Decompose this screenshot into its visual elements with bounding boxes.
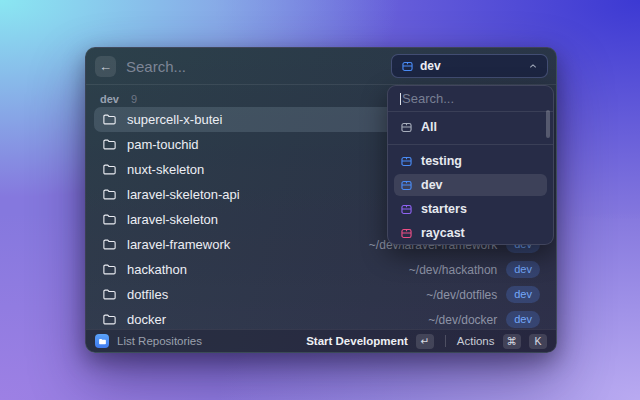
repo-name: docker <box>127 312 166 327</box>
dropdown-item-label: dev <box>421 178 443 192</box>
repo-name: pam-touchid <box>127 137 199 152</box>
tag-box-icon <box>401 60 414 73</box>
cmd-key-icon: ⌘ <box>503 334 522 349</box>
panel-divider <box>388 144 553 145</box>
dropdown-search-input[interactable]: Search... <box>388 86 553 107</box>
repo-name: supercell-x-butei <box>127 112 222 127</box>
repo-name: laravel-skeleton <box>127 212 218 227</box>
folder-icon <box>102 237 117 252</box>
repo-name: laravel-framework <box>127 237 230 252</box>
dropdown-item-testing[interactable]: testing <box>394 150 547 172</box>
folder-icon <box>102 162 117 177</box>
repo-name: dotfiles <box>127 287 168 302</box>
tag-box-icon <box>400 155 413 168</box>
repo-name: hackathon <box>127 262 187 277</box>
repo-name: nuxt-skeleton <box>127 162 204 177</box>
dropdown-item-label: testing <box>421 154 462 168</box>
folder-icon <box>102 287 117 302</box>
dropdown-item-raycast[interactable]: raycast <box>394 222 547 244</box>
k-key-icon: K <box>529 334 547 349</box>
tag-badge: dev <box>506 261 540 277</box>
top-bar: ← Search... dev <box>86 48 556 85</box>
repo-path: ~/dev/dotfiles <box>426 288 497 302</box>
folder-icon <box>102 137 117 152</box>
dropdown-item-label: All <box>421 120 437 134</box>
tag-dropdown-panel: Search... All testing dev starters <box>387 85 554 245</box>
section-count: 9 <box>131 93 137 105</box>
enter-key-icon: ↵ <box>416 334 434 349</box>
back-button[interactable]: ← <box>95 56 116 77</box>
desktop-background: ← Search... dev dev 9 supercell-x-butei … <box>0 0 640 400</box>
chevron-up-icon <box>528 61 538 71</box>
dropdown-scrollbar[interactable] <box>546 110 550 138</box>
repo-row-dotfiles[interactable]: dotfiles ~/dev/dotfiles dev <box>94 282 548 307</box>
repo-path: ~/dev/hackathon <box>409 263 497 277</box>
text-caret <box>400 93 401 105</box>
action-bar: List Repositories Start Development ↵ Ac… <box>86 329 556 352</box>
primary-action-button[interactable]: Start Development <box>306 335 408 347</box>
tag-badge: dev <box>506 286 540 302</box>
panel-divider <box>388 111 553 112</box>
footer-divider <box>445 335 446 347</box>
dropdown-item-label: raycast <box>421 226 465 240</box>
app-icon <box>95 334 109 348</box>
dropdown-item-dev[interactable]: dev <box>394 174 547 196</box>
dropdown-item-all[interactable]: All <box>394 114 547 140</box>
section-label: dev <box>100 93 119 105</box>
folder-icon <box>102 212 117 227</box>
launcher-window: ← Search... dev dev 9 supercell-x-butei … <box>85 47 557 353</box>
repo-row-docker[interactable]: docker ~/dev/docker dev <box>94 307 548 329</box>
repo-path: ~/dev/docker <box>428 313 497 327</box>
dropdown-item-starters[interactable]: starters <box>394 198 547 220</box>
tag-filter-dropdown-button[interactable]: dev <box>391 54 548 78</box>
tag-box-icon <box>400 203 413 216</box>
tag-box-icon <box>400 227 413 240</box>
dropdown-item-label: starters <box>421 202 467 216</box>
command-title: List Repositories <box>117 335 202 347</box>
repo-name: laravel-skeleton-api <box>127 187 240 202</box>
tag-box-icon <box>400 179 413 192</box>
tag-badge: dev <box>506 311 540 327</box>
back-arrow-icon: ← <box>99 56 112 77</box>
filter-selected-label: dev <box>420 59 441 73</box>
actions-button[interactable]: Actions <box>457 335 495 347</box>
dropdown-search-placeholder: Search... <box>402 91 454 106</box>
folder-icon <box>102 112 117 127</box>
folder-icon <box>102 312 117 327</box>
tag-box-icon <box>400 121 413 134</box>
search-input[interactable]: Search... <box>126 58 391 75</box>
repo-row-hackathon[interactable]: hackathon ~/dev/hackathon dev <box>94 257 548 282</box>
folder-icon <box>102 187 117 202</box>
folder-icon <box>102 262 117 277</box>
